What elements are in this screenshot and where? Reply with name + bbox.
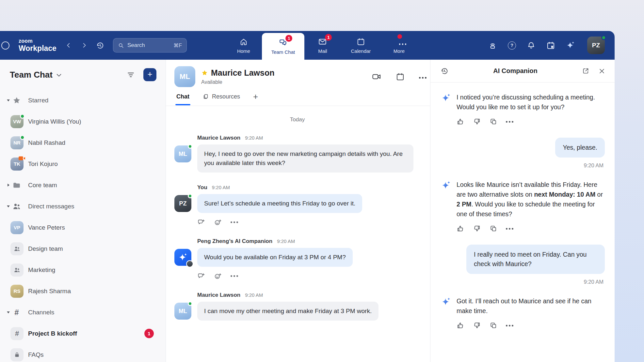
ai-sparkle-icon[interactable] bbox=[566, 41, 575, 50]
avatar[interactable]: PZ bbox=[174, 195, 191, 212]
chat-peer-avatar[interactable]: ML bbox=[174, 66, 195, 87]
chat-tabs: Chat Resources + bbox=[174, 92, 419, 106]
sidebar-item-project-b-kickoff[interactable]: # Project B kickoff 1 bbox=[0, 323, 166, 344]
message-list[interactable]: Today ML Maurice Lawson 9:20 AM Hey, I n… bbox=[166, 106, 430, 362]
avatar-initials: VW bbox=[13, 119, 21, 124]
copy-icon[interactable] bbox=[490, 322, 497, 330]
sidebar-item-nabil-rashad[interactable]: NR Nabil Rashad bbox=[0, 132, 166, 153]
search-input[interactable]: Search ⌘F bbox=[113, 38, 187, 53]
user-avatar[interactable]: PZ bbox=[587, 37, 605, 54]
chevron-collapsed-icon[interactable] bbox=[7, 183, 10, 187]
ai-feedback-bar bbox=[456, 118, 605, 126]
presence-dot bbox=[188, 301, 192, 306]
avatar: RS bbox=[10, 285, 24, 298]
history-icon[interactable] bbox=[96, 41, 105, 50]
tab-team-chat[interactable]: 1 Team Chat bbox=[262, 33, 304, 60]
reply-in-thread-icon[interactable] bbox=[197, 219, 205, 226]
new-chat-button[interactable]: + bbox=[143, 68, 156, 81]
reply-in-thread-icon[interactable] bbox=[197, 272, 205, 280]
sidebar-section-starred[interactable]: Starred bbox=[0, 90, 166, 111]
tab-mail[interactable]: 1 Mail bbox=[304, 31, 341, 60]
chevron-expanded-icon[interactable] bbox=[7, 204, 10, 208]
message-bubble[interactable]: Hey, I need to go over the new marketing… bbox=[197, 144, 413, 173]
presence-dot bbox=[20, 114, 25, 119]
avatar[interactable]: ML bbox=[174, 145, 191, 162]
thumbs-up-icon[interactable] bbox=[456, 225, 464, 233]
avatar-initials: NR bbox=[13, 140, 21, 145]
message-ai-companion: Peng Zheng’s AI Companion 9:20 AM Would … bbox=[174, 238, 420, 280]
message-actions bbox=[197, 272, 420, 280]
add-tab-button[interactable]: + bbox=[253, 92, 258, 101]
copy-icon[interactable] bbox=[490, 118, 497, 126]
chat-peer-status: Available bbox=[201, 79, 275, 85]
avatar-initials: ML bbox=[180, 72, 190, 81]
ai-sparkle-icon bbox=[441, 297, 451, 316]
add-reaction-icon[interactable] bbox=[214, 272, 222, 280]
ai-message: I noticed you’re discussing scheduling a… bbox=[441, 92, 605, 112]
starred-icon[interactable] bbox=[201, 69, 208, 76]
thumbs-up-icon[interactable] bbox=[456, 118, 464, 126]
resources-icon bbox=[202, 93, 209, 100]
sidebar-item-core-team[interactable]: Core team bbox=[0, 174, 166, 196]
notifications-icon[interactable] bbox=[527, 41, 536, 50]
filter-icon[interactable] bbox=[127, 71, 135, 79]
avatar-initials: TK bbox=[14, 161, 20, 167]
ai-user-message: I really need to meet on Friday. Can you… bbox=[441, 245, 605, 285]
group-icon bbox=[10, 264, 24, 277]
message-bubble[interactable]: I can move my other meeting and make Fri… bbox=[197, 302, 378, 321]
tab-resources[interactable]: Resources bbox=[202, 93, 240, 100]
chevron-expanded-icon[interactable] bbox=[7, 98, 10, 102]
message-time: 9:20 AM bbox=[584, 162, 604, 169]
main-nav-tabs: Home 1 Team Chat bbox=[225, 31, 417, 60]
ai-message: Looks like Maurice isn’t available this … bbox=[441, 180, 605, 219]
sidebar-section-direct-messages[interactable]: Direct messages bbox=[0, 196, 166, 217]
ai-conversation[interactable]: I noticed you’re discussing scheduling a… bbox=[430, 83, 615, 362]
schedule-icon[interactable] bbox=[546, 41, 555, 50]
sidebar-item-rajesh-sharma[interactable]: RS Rajesh Sharma bbox=[0, 280, 166, 302]
thumbs-up-icon[interactable] bbox=[456, 322, 464, 330]
add-reaction-icon[interactable] bbox=[214, 219, 222, 226]
sidebar-item-virginia-willis[interactable]: VW Virginia Willis (You) bbox=[0, 111, 166, 132]
sidebar-item-design-team[interactable]: Design team bbox=[0, 238, 166, 259]
avatar[interactable]: ML bbox=[174, 303, 191, 320]
avatar-initials: PZ bbox=[179, 200, 186, 207]
ai-companion-avatar[interactable] bbox=[174, 249, 191, 266]
thumbs-down-icon[interactable] bbox=[473, 322, 481, 330]
thumbs-down-icon[interactable] bbox=[473, 118, 481, 126]
sidebar-item-vance-peters[interactable]: VP Vance Peters bbox=[0, 217, 166, 238]
contact-name: Tori Kojuro bbox=[28, 160, 58, 168]
help-icon[interactable]: ? bbox=[508, 41, 516, 50]
sidebar-section-channels[interactable]: # Channels bbox=[0, 302, 166, 323]
tab-more[interactable]: More bbox=[381, 31, 417, 60]
sidebar-item-tori-kojuro[interactable]: TK Tori Kojuro bbox=[0, 153, 166, 174]
edge-ring-icon bbox=[1, 41, 9, 50]
chat-peer-name: Maurice Lawson bbox=[211, 68, 275, 78]
video-call-icon[interactable] bbox=[372, 72, 381, 82]
close-icon[interactable] bbox=[598, 68, 605, 75]
open-in-window-icon[interactable] bbox=[582, 67, 589, 75]
tab-label: Calendar bbox=[351, 48, 371, 54]
copy-icon[interactable] bbox=[490, 225, 497, 233]
ai-panel-title: AI Companion bbox=[449, 67, 582, 75]
chevron-down-icon[interactable] bbox=[56, 74, 61, 77]
avatar: VW bbox=[10, 115, 24, 128]
history-icon[interactable] bbox=[440, 67, 449, 75]
tab-calendar[interactable]: Calendar bbox=[341, 31, 381, 60]
channel-hash-icon: # bbox=[10, 327, 24, 340]
user-bubble[interactable]: Yes, please. bbox=[555, 138, 605, 158]
tab-home[interactable]: Home bbox=[225, 31, 262, 60]
tab-chat[interactable]: Chat bbox=[176, 93, 189, 100]
thumbs-down-icon[interactable] bbox=[473, 225, 481, 233]
share-to-device-icon[interactable] bbox=[488, 41, 497, 50]
message-maurice-2: ML Maurice Lawson 9:20 AM I can move my … bbox=[174, 292, 420, 321]
sidebar-item-faqs[interactable]: FAQs bbox=[0, 344, 166, 362]
sidebar-item-marketing[interactable]: Marketing bbox=[0, 259, 166, 280]
message-bubble[interactable]: Would you be available on Friday at 3 PM… bbox=[197, 248, 353, 267]
message-bubble[interactable]: Sure! Let’s schedule a meeting this Frid… bbox=[197, 194, 362, 213]
schedule-meeting-icon[interactable] bbox=[396, 72, 405, 81]
chevron-expanded-icon[interactable] bbox=[7, 310, 10, 314]
user-bubble[interactable]: I really need to meet on Friday. Can you… bbox=[466, 245, 605, 274]
back-button[interactable] bbox=[65, 42, 72, 49]
forward-button[interactable] bbox=[81, 42, 88, 49]
calendar-icon bbox=[357, 38, 365, 46]
